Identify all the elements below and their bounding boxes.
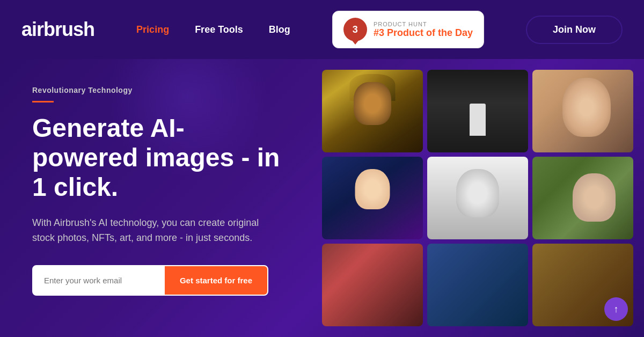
grid-image-woman-hat bbox=[532, 157, 633, 239]
grid-image-fantasy-warrior bbox=[322, 70, 423, 152]
join-now-button[interactable]: Join Now bbox=[526, 16, 623, 44]
hero-subtitle: Revolutionary Technology bbox=[32, 86, 290, 94]
grid-image-bw-man bbox=[427, 157, 528, 239]
grid-image-anime-girl bbox=[322, 157, 423, 239]
nav-free-tools[interactable]: Free Tools bbox=[195, 24, 243, 35]
nav-pricing[interactable]: Pricing bbox=[136, 24, 169, 35]
hat-woman-face bbox=[573, 173, 616, 222]
ph-medal-icon: 3 bbox=[343, 18, 367, 41]
warrior-face bbox=[354, 82, 391, 125]
ph-label: PRODUCT HUNT bbox=[374, 21, 473, 27]
grid-image-bottom-2 bbox=[427, 244, 528, 326]
warrior-helmet bbox=[350, 74, 396, 101]
grid-image-bottom-1 bbox=[322, 244, 423, 326]
scroll-to-top-button[interactable]: ↑ bbox=[604, 297, 628, 321]
email-input[interactable] bbox=[33, 266, 165, 295]
email-cta-row: Get started for free bbox=[32, 265, 268, 296]
header: airbrush Pricing Free Tools Blog 3 PRODU… bbox=[0, 0, 644, 59]
nav-blog[interactable]: Blog bbox=[269, 24, 290, 35]
ph-rank: #3 Product of the Day bbox=[374, 27, 473, 39]
get-started-button[interactable]: Get started for free bbox=[165, 266, 267, 295]
hero-left-panel: Revolutionary Technology Generate AI-pow… bbox=[0, 59, 311, 337]
main-section: Revolutionary Technology Generate AI-pow… bbox=[0, 59, 644, 337]
logo: airbrush bbox=[21, 18, 94, 41]
anime-face bbox=[355, 169, 390, 209]
hero-image-grid bbox=[311, 59, 644, 337]
orange-divider bbox=[32, 101, 54, 102]
hero-description: With Airbrush's AI technology, you can c… bbox=[32, 215, 279, 246]
grid-image-woman-portrait bbox=[532, 70, 633, 152]
alley-figure bbox=[470, 104, 486, 136]
product-hunt-badge[interactable]: 3 PRODUCT HUNT #3 Product of the Day bbox=[332, 11, 484, 48]
grid-image-bw-alley bbox=[427, 70, 528, 152]
main-nav: Pricing Free Tools Blog bbox=[136, 24, 290, 35]
ph-text: PRODUCT HUNT #3 Product of the Day bbox=[374, 21, 473, 39]
hero-headline: Generate AI-powered images - in 1 click. bbox=[32, 113, 290, 202]
man-face bbox=[456, 169, 499, 217]
woman-face bbox=[562, 78, 611, 137]
